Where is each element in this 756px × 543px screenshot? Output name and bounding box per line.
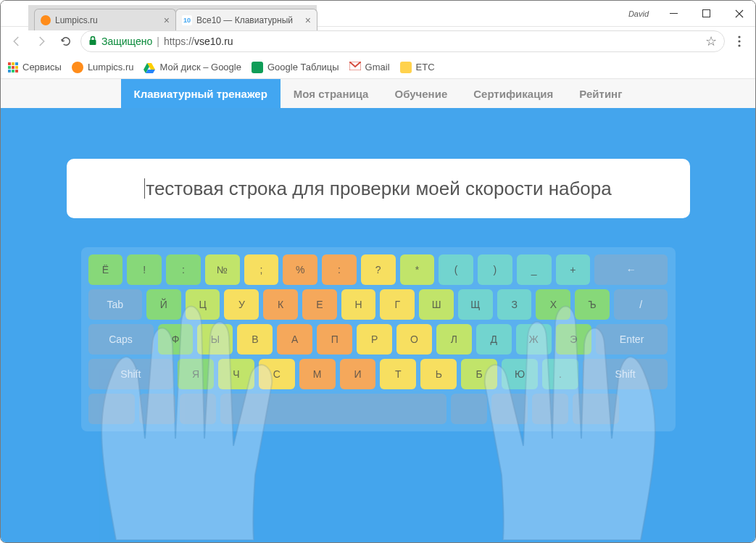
key[interactable]: :: [166, 254, 201, 285]
key[interactable]: Ъ: [575, 289, 610, 320]
key[interactable]: А: [277, 324, 312, 355]
key[interactable]: (: [439, 254, 473, 285]
nav-rating[interactable]: Рейтинг: [566, 79, 635, 108]
key[interactable]: Н: [341, 289, 376, 320]
menu-button[interactable]: [729, 31, 749, 51]
key[interactable]: Ь: [420, 359, 457, 389]
key-shift-right[interactable]: Shift: [583, 359, 668, 389]
lock-icon: [88, 36, 97, 48]
key[interactable]: Ф: [158, 324, 194, 355]
key[interactable]: _: [517, 254, 552, 285]
key[interactable]: ?: [361, 254, 396, 285]
apps-icon: [8, 62, 18, 72]
key[interactable]: Э: [556, 324, 591, 355]
key-backspace[interactable]: ←: [594, 254, 668, 285]
key-shift-left[interactable]: Shift: [88, 359, 174, 389]
key[interactable]: !: [127, 254, 162, 285]
key-enter[interactable]: Enter: [596, 324, 668, 355]
nav-training[interactable]: Обучение: [381, 79, 460, 108]
key[interactable]: Б: [461, 359, 497, 389]
apps-button[interactable]: Сервисы: [8, 62, 62, 72]
typing-input[interactable]: тестовая строка для проверки моей скорос…: [67, 159, 690, 218]
key-alt[interactable]: [451, 394, 487, 424]
key[interactable]: Р: [357, 324, 392, 355]
key[interactable]: Х: [536, 289, 570, 320]
key-alt[interactable]: [180, 394, 216, 424]
key[interactable]: Щ: [458, 289, 493, 320]
back-button[interactable]: [7, 31, 27, 51]
key[interactable]: Д: [476, 324, 512, 355]
key[interactable]: %: [283, 254, 317, 285]
key-win[interactable]: [491, 394, 528, 424]
nav-cert[interactable]: Сертификация: [460, 79, 566, 108]
key[interactable]: Ш: [419, 289, 454, 320]
key[interactable]: Л: [436, 324, 472, 355]
minimize-button[interactable]: [657, 1, 690, 27]
bookmark-sheets[interactable]: Google Таблицы: [252, 62, 339, 73]
key[interactable]: Ж: [516, 324, 552, 355]
typing-text: тестовая строка для проверки моей скорос…: [146, 178, 611, 200]
key-win[interactable]: [139, 394, 175, 424]
tab-vse10[interactable]: 10 Все10 — Клавиатурный ×: [175, 9, 317, 30]
key[interactable]: №: [205, 254, 240, 285]
address-bar[interactable]: Защищено | https:// vse10.ru ☆: [80, 30, 725, 52]
tab-strip: Lumpics.ru × 10 Все10 — Клавиатурный ×: [28, 5, 317, 30]
site-nav: Клавиатурный тренажер Моя страница Обуче…: [1, 79, 755, 108]
key[interactable]: П: [317, 324, 352, 355]
gmail-icon: [349, 62, 361, 73]
key[interactable]: Ч: [218, 359, 254, 389]
key[interactable]: Ц: [186, 289, 220, 320]
key[interactable]: З: [497, 289, 532, 320]
key[interactable]: У: [224, 289, 259, 320]
key[interactable]: /: [614, 289, 668, 320]
maximize-button[interactable]: [690, 1, 723, 27]
close-window-button[interactable]: [723, 1, 755, 27]
key-ctrl[interactable]: [573, 394, 619, 424]
key[interactable]: ;: [244, 254, 279, 285]
close-icon[interactable]: ×: [164, 14, 170, 26]
key-caps[interactable]: Caps: [88, 324, 154, 355]
bookmark-gmail[interactable]: Gmail: [349, 62, 390, 73]
bookmark-etc[interactable]: ETC: [400, 62, 435, 73]
key[interactable]: Ю: [502, 359, 538, 389]
forward-button[interactable]: [31, 31, 51, 51]
bookmark-lumpics[interactable]: Lumpics.ru: [72, 62, 134, 73]
separator: |: [157, 36, 159, 47]
vse10-favicon-icon: 10: [182, 15, 192, 25]
key[interactable]: И: [340, 359, 376, 389]
key[interactable]: ): [478, 254, 512, 285]
key[interactable]: М: [299, 359, 336, 389]
key[interactable]: :: [322, 254, 357, 285]
key[interactable]: Й: [146, 289, 181, 320]
key[interactable]: Е: [302, 289, 337, 320]
lumpics-icon: [72, 62, 83, 73]
bookmark-drive[interactable]: Мой диск – Google: [144, 62, 241, 73]
bookmark-label: Google Таблицы: [267, 62, 339, 72]
key[interactable]: +: [556, 254, 591, 285]
key-space[interactable]: [220, 394, 446, 424]
key[interactable]: *: [400, 254, 435, 285]
close-icon[interactable]: ×: [305, 14, 311, 26]
key[interactable]: Ы: [197, 324, 233, 355]
key[interactable]: Я: [178, 359, 214, 389]
key[interactable]: Ё: [88, 254, 123, 285]
svg-point-7: [738, 44, 740, 46]
key[interactable]: Т: [380, 359, 416, 389]
key[interactable]: С: [259, 359, 295, 389]
nav-trainer[interactable]: Клавиатурный тренажер: [121, 79, 281, 108]
key[interactable]: Г: [380, 289, 415, 320]
key[interactable]: .: [542, 359, 578, 389]
bookmark-star-icon[interactable]: ☆: [705, 33, 717, 49]
reload-button[interactable]: [56, 31, 76, 51]
key-menu[interactable]: [532, 394, 568, 424]
key-tab[interactable]: Tab: [88, 289, 142, 320]
key-ctrl[interactable]: [88, 394, 135, 424]
tab-lumpics[interactable]: Lumpics.ru ×: [34, 9, 176, 30]
key[interactable]: К: [263, 289, 298, 320]
bookmark-label: ETC: [416, 62, 435, 72]
bookmark-label: Gmail: [365, 62, 390, 72]
profile-name[interactable]: David: [628, 9, 649, 18]
key[interactable]: О: [396, 324, 432, 355]
key[interactable]: В: [237, 324, 273, 355]
nav-mypage[interactable]: Моя страница: [281, 79, 382, 108]
